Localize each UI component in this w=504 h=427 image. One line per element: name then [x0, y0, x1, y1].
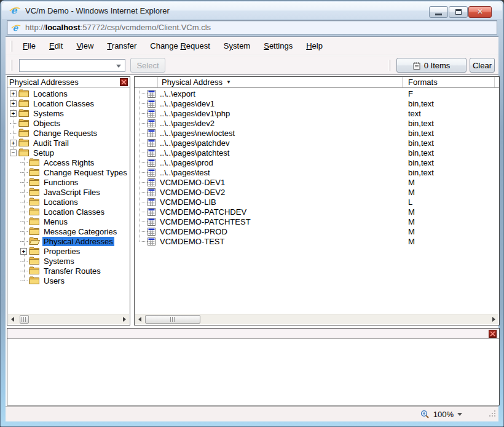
table-row-pages-dev1-php[interactable]: ..\..\pages\dev1\phptext: [135, 108, 498, 118]
column-header-physical-address[interactable]: Physical Address ▼: [158, 77, 403, 87]
tree-item-properties[interactable]: +Properties: [8, 246, 129, 256]
table-row-vcmdemo-prod[interactable]: VCMDEMO-PRODM: [135, 226, 498, 236]
collapse-minus-icon[interactable]: −: [10, 150, 17, 156]
title-bar[interactable]: e VC/m Demo - Windows Internet Explorer …: [2, 2, 502, 19]
table-row-pages-newloctest[interactable]: ..\..\pages\newloctestbin,text: [135, 128, 498, 138]
menu-item-view[interactable]: View: [69, 37, 100, 55]
tree-item-objects[interactable]: Objects: [8, 118, 129, 128]
tree-item-transfer-routes[interactable]: Transfer Routes: [8, 266, 129, 276]
scroll-left-icon[interactable]: [138, 317, 141, 322]
scrollbar-thumb[interactable]: [20, 315, 29, 324]
chevron-down-icon[interactable]: [457, 413, 462, 418]
tree-connector: [20, 231, 28, 232]
column-header-icon[interactable]: [135, 77, 158, 87]
table-row-vcmdemo-lib[interactable]: VCMDEMO-LIBL: [135, 197, 498, 207]
toolbar-separator: [388, 60, 390, 71]
menu-item-edit[interactable]: Edit: [42, 37, 69, 55]
expand-plus-icon[interactable]: +: [10, 110, 17, 117]
tree-item-javascript-files[interactable]: JavaScript Files: [8, 187, 129, 197]
tree-item-change-request-types[interactable]: Change Request Types: [8, 167, 129, 177]
column-header-formats[interactable]: Formats: [403, 77, 495, 87]
folder-icon: [18, 99, 30, 108]
tree-item-systems[interactable]: Systems: [8, 256, 129, 266]
address-field[interactable]: e http://localhost:57772/csp/vcmdemo/Cli…: [7, 20, 497, 34]
expand-plus-icon[interactable]: +: [10, 140, 17, 146]
folder-icon: [29, 266, 40, 275]
scrollbar-thumb[interactable]: [145, 315, 200, 324]
tree-item-change-requests[interactable]: Change Requests: [8, 128, 129, 138]
scroll-right-icon[interactable]: [123, 317, 126, 322]
spreadsheet-icon: [148, 119, 156, 127]
tree-item-locations[interactable]: +Locations: [8, 89, 129, 98]
menu-item-system[interactable]: System: [217, 37, 257, 55]
folder-icon: [18, 138, 30, 147]
close-detail-panel-button[interactable]: [489, 330, 497, 338]
clear-button[interactable]: Clear: [470, 58, 495, 73]
select-button[interactable]: Select: [130, 58, 165, 73]
maximize-button[interactable]: [449, 6, 468, 18]
minimize-button[interactable]: [429, 6, 448, 18]
tree-item-physical-addresses[interactable]: Physical Addresses: [8, 236, 129, 246]
table-row-vcmdemo-patchtest[interactable]: VCMDEMO-PATCHTESTM: [135, 217, 498, 226]
table-row-vcmdemo-test[interactable]: VCMDEMO-TESTM: [135, 236, 498, 246]
tree-item-message-categories[interactable]: Message Categories: [8, 226, 129, 236]
menu-item-transfer[interactable]: Transfer: [100, 37, 143, 55]
formats-cell: bin,text: [408, 99, 434, 108]
tree-connector: [10, 123, 17, 124]
scroll-left-icon[interactable]: [11, 317, 14, 322]
table-row-vcmdemo-patchdev[interactable]: VCMDEMO-PATCHDEVM: [135, 207, 498, 217]
table-row-pages-patchtest[interactable]: ..\..\pages\patchtestbin,text: [135, 148, 498, 158]
close-panel-button[interactable]: [120, 78, 128, 86]
tree-item-audit-trail[interactable]: +Audit Trail: [8, 138, 129, 148]
tree-item-systems[interactable]: +Systems: [8, 108, 129, 118]
expand-plus-icon[interactable]: +: [10, 90, 17, 97]
close-button[interactable]: ✕: [468, 6, 492, 18]
table-row-pages-patchdev[interactable]: ..\..\pages\patchdevbin,text: [135, 138, 498, 148]
physical-address-cell: ..\..\pages\patchdev: [160, 138, 408, 148]
list-horizontal-scrollbar[interactable]: [135, 314, 498, 324]
selector-combobox[interactable]: [19, 59, 125, 72]
tree-item-users[interactable]: Users: [8, 276, 129, 285]
tree-item-menus[interactable]: Menus: [8, 217, 129, 226]
menu-item-help[interactable]: Help: [299, 37, 329, 55]
items-count-button[interactable]: 0 Items: [396, 58, 467, 73]
spreadsheet-icon: [148, 129, 156, 137]
table-row-export[interactable]: ..\..\exportF: [135, 89, 498, 98]
tree-item-location-classes[interactable]: +Location Classes: [8, 98, 129, 108]
expand-plus-icon[interactable]: +: [10, 100, 17, 107]
tree-item-access-rights[interactable]: Access Rights: [8, 158, 129, 167]
toolbar-grip[interactable]: [10, 60, 12, 71]
menubar-grip[interactable]: [10, 41, 12, 52]
table-row-pages-test[interactable]: ..\..\pages\testbin,text: [135, 167, 498, 177]
table-row-pages-dev2[interactable]: ..\..\pages\dev2bin,text: [135, 118, 498, 128]
tree-item-location-classes[interactable]: Location Classes: [8, 207, 129, 217]
tree-item-setup[interactable]: −Setup: [8, 148, 129, 158]
table-row-pages-prod[interactable]: ..\..\pages\prodbin,text: [135, 158, 498, 167]
folder-icon: [29, 178, 40, 186]
formats-cell: bin,text: [408, 119, 434, 128]
tree-item-locations[interactable]: Locations: [8, 197, 129, 207]
menu-item-change-request[interactable]: Change Request: [143, 37, 217, 55]
list-connector: [140, 221, 148, 222]
chevron-down-icon[interactable]: [116, 65, 121, 70]
detail-panel-content: [8, 340, 498, 404]
tree-item-label: JavaScript Files: [42, 188, 101, 197]
tree-item-label: Locations: [32, 89, 69, 98]
resize-grip-icon[interactable]: [489, 409, 496, 420]
selector-input[interactable]: [20, 60, 125, 71]
table-row-vcmdemo-dev1[interactable]: VCMDEMO-DEV1M: [135, 177, 498, 187]
list-column-headers: Physical Address ▼ Formats: [135, 77, 499, 88]
menu-item-file[interactable]: File: [16, 37, 42, 55]
window-title: VC/m Demo - Windows Internet Explorer: [25, 6, 170, 15]
folder-icon: [18, 109, 30, 118]
tree-horizontal-scrollbar[interactable]: [8, 314, 129, 324]
table-row-vcmdemo-dev2[interactable]: VCMDEMO-DEV2M: [135, 187, 498, 197]
physical-address-cell: ..\..\pages\newloctest: [160, 129, 408, 138]
tree-panel-header: Physical Addresses: [7, 77, 130, 88]
zoom-control[interactable]: 100%: [418, 409, 465, 420]
table-row-pages-dev1[interactable]: ..\..\pages\dev1bin,text: [135, 98, 498, 108]
menu-item-settings[interactable]: Settings: [257, 37, 299, 55]
tree-item-functions[interactable]: Functions: [8, 177, 129, 187]
expand-plus-icon[interactable]: +: [20, 248, 27, 255]
scroll-right-icon[interactable]: [492, 317, 495, 322]
